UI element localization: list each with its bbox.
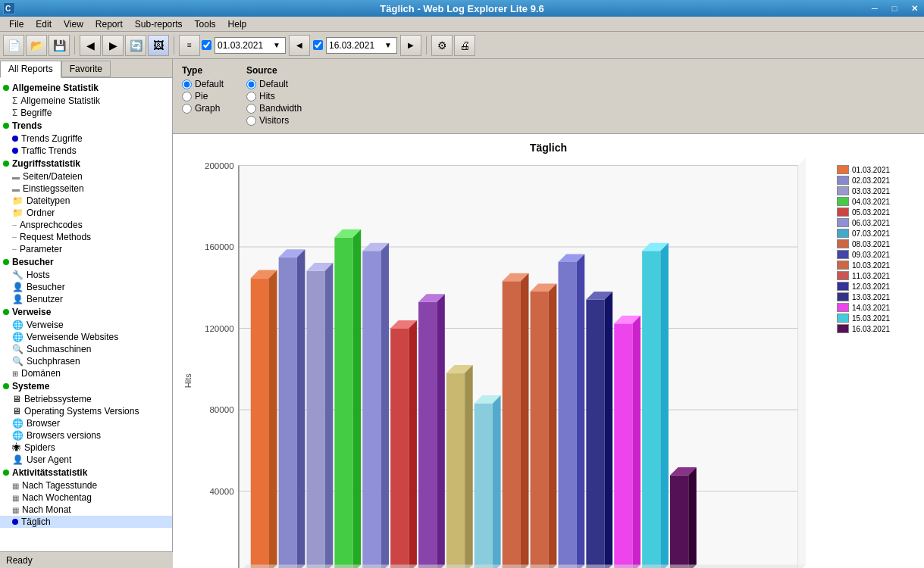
source-default-radio[interactable] <box>246 80 256 89</box>
tree-item-ordner[interactable]: 📁 Ordner <box>0 207 172 219</box>
source-hits[interactable]: Hits <box>246 91 302 101</box>
svg-marker-41 <box>475 404 493 568</box>
new-button[interactable]: 📄 <box>3 35 24 56</box>
tree-item-hosts[interactable]: 🔧 Hosts <box>0 269 172 281</box>
prev-date-button[interactable]: ◀ <box>289 35 310 56</box>
tree-item-allgemeine[interactable]: Allgemeine Statistik <box>0 81 172 95</box>
tree-item-nach-monat[interactable]: ▦ Nach Monat <box>0 504 172 516</box>
tree-item-trends[interactable]: Trends <box>0 119 172 133</box>
tree-item-benutzer[interactable]: 👤 Benutzer <box>0 293 172 305</box>
source-bandwidth[interactable]: Bandwidth <box>246 103 302 114</box>
source-default[interactable]: Default <box>246 79 302 89</box>
menu-file[interactable]: File <box>3 17 30 31</box>
tree-item-verweise[interactable]: 🌐 Verweise <box>0 319 172 331</box>
date1-checkbox[interactable] <box>202 40 211 50</box>
save-button[interactable]: 💾 <box>49 35 70 56</box>
source-bandwidth-radio[interactable] <box>246 104 256 114</box>
print-button[interactable]: 🖨 <box>454 35 475 56</box>
svg-text:80000: 80000 <box>209 405 233 414</box>
left-panel: All Reports Favorite Allgemeine Statisti… <box>0 59 173 551</box>
date2-picker[interactable]: ▼ <box>382 39 394 51</box>
settings-button[interactable]: ⚙ <box>431 35 453 56</box>
legend-color-10 <box>837 261 849 270</box>
type-graph[interactable]: Graph <box>182 103 224 114</box>
legend-label-03: 03.03.2021 <box>852 187 890 195</box>
svg-marker-34 <box>409 320 417 568</box>
tree-item-request[interactable]: ╌ Request Methods <box>0 231 172 243</box>
type-pie[interactable]: Pie <box>182 91 224 101</box>
dot-icon <box>3 161 9 167</box>
tree-item-ansprech[interactable]: ╌ Ansprechcodes <box>0 219 172 231</box>
tree-item-nach-tagesstunde[interactable]: ▦ Nach Tagesstunde <box>0 479 172 492</box>
tree-item-besucher[interactable]: 👤 Besucher <box>0 281 172 293</box>
legend-label-05: 05.03.2021 <box>852 208 890 217</box>
tree-item-traffic-trends[interactable]: Traffic Trends <box>0 145 172 157</box>
menu-edit[interactable]: Edit <box>30 17 58 31</box>
source-visitors-radio[interactable] <box>246 116 256 126</box>
svg-marker-38 <box>446 373 465 568</box>
date1-picker[interactable]: ▼ <box>271 39 283 51</box>
screenshot-button[interactable]: 🖼 <box>148 35 169 56</box>
back-button[interactable]: ◀ <box>80 35 101 56</box>
tree-item-browser[interactable]: 🌐 Browser <box>0 417 172 429</box>
tree-item-dateitypen[interactable]: 📁 Dateitypen <box>0 195 172 207</box>
next-date-button[interactable]: ▶ <box>400 35 421 56</box>
tree-item-os-versions[interactable]: 🖥 Operating Systems Versions <box>0 405 172 417</box>
tab-favorite[interactable]: Favorite <box>61 61 111 77</box>
source-default-label: Default <box>259 79 288 89</box>
type-default-radio[interactable] <box>182 80 192 89</box>
tree-item-spiders[interactable]: 🕷 Spiders <box>0 442 172 454</box>
maximize-button[interactable]: □ <box>885 0 904 17</box>
tree-item-parameter[interactable]: ╌ Parameter <box>0 243 172 255</box>
menu-subreports[interactable]: Sub-reports <box>129 17 189 31</box>
tree-item-nach-wochentag[interactable]: ▦ Nach Wochentag <box>0 492 172 504</box>
type-pie-radio[interactable] <box>182 92 192 101</box>
tree-item-seiten[interactable]: ▬ Seiten/Dateien <box>0 170 172 183</box>
tree-item-allgemeine-sub[interactable]: Σ Allgemeine Statistik <box>0 95 172 107</box>
close-button[interactable]: ✕ <box>904 0 924 17</box>
open-button[interactable]: 📂 <box>26 35 47 56</box>
tree-item-trends-zugriffe[interactable]: Trends Zugriffe <box>0 133 172 145</box>
menu-tools[interactable]: Tools <box>189 17 222 31</box>
tab-all-reports[interactable]: All Reports <box>0 61 61 78</box>
status-text: Ready <box>6 555 33 566</box>
tree-item-aktivitat[interactable]: Aktivitätsstatistik <box>0 466 172 479</box>
type-default[interactable]: Default <box>182 79 224 89</box>
tree-item-user-agent[interactable]: 👤 User Agent <box>0 454 172 466</box>
forward-button[interactable]: ▶ <box>102 35 124 56</box>
svg-marker-25 <box>325 263 334 568</box>
tree-item-zugriff[interactable]: Zugriffsstatistik <box>0 157 172 170</box>
tree-item-suchphrasen[interactable]: 🔍 Suchphrasen <box>0 355 172 367</box>
tree-item-betriebssysteme[interactable]: 🖥 Betriebssysteme <box>0 393 172 405</box>
menu-help[interactable]: Help <box>222 17 253 31</box>
date2-checkbox[interactable] <box>313 40 323 50</box>
type-pie-label: Pie <box>195 91 208 101</box>
menu-view[interactable]: View <box>58 17 89 31</box>
tree-item-browsers-versions[interactable]: 🌐 Browsers versions <box>0 429 172 442</box>
legend-color-14 <box>837 303 849 312</box>
tree-item-besucher-cat[interactable]: Besucher <box>0 255 172 269</box>
date2-input[interactable]: 16.03.2021 <box>329 40 382 51</box>
refresh-button[interactable]: 🔄 <box>125 35 146 56</box>
date1-input[interactable]: 01.03.2021 <box>218 40 271 51</box>
svg-marker-53 <box>586 300 604 568</box>
tree-item-suchmaschinen[interactable]: 🔍 Suchmaschinen <box>0 343 172 355</box>
type-graph-radio[interactable] <box>182 104 192 114</box>
dot-icon <box>12 519 18 525</box>
menu-report[interactable]: Report <box>89 17 129 31</box>
tree-item-taeglich[interactable]: Täglich <box>0 516 172 528</box>
tree-item-begriffe[interactable]: Σ Begriffe <box>0 107 172 119</box>
tree-item-domaenen[interactable]: ⊞ Domänen <box>0 367 172 379</box>
tree-item-verweise-cat[interactable]: Verweise <box>0 305 172 319</box>
svg-marker-29 <box>362 251 381 568</box>
legend-item-03: 03.03.2021 <box>837 186 913 195</box>
legend-color-09 <box>837 250 849 259</box>
tree-item-einstieg[interactable]: ▬ Einstiegsseiten <box>0 183 172 195</box>
tree-item-verweisende[interactable]: 🌐 Verweisende Websites <box>0 331 172 343</box>
list-button[interactable]: ≡ <box>179 35 200 56</box>
tree-item-systeme[interactable]: Systeme <box>0 379 172 393</box>
legend-color-07 <box>837 229 849 238</box>
source-hits-radio[interactable] <box>246 92 256 101</box>
minimize-button[interactable]: ─ <box>865 0 885 17</box>
source-visitors[interactable]: Visitors <box>246 115 302 126</box>
